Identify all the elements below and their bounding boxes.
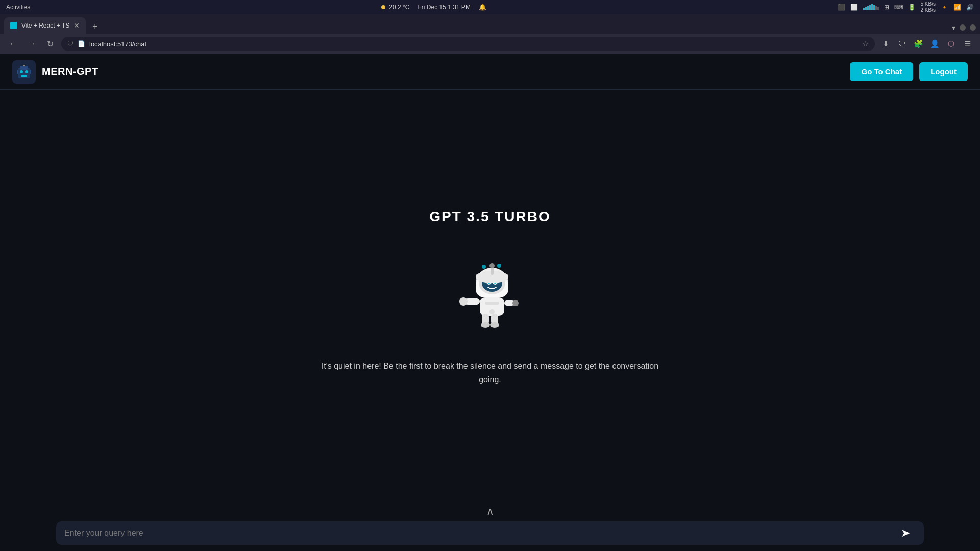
app-title: MERN-GPT (42, 66, 99, 78)
svg-point-24 (489, 309, 495, 314)
forward-button[interactable]: → (24, 37, 39, 51)
back-button[interactable]: ← (6, 37, 20, 51)
svg-point-3 (25, 70, 28, 73)
svg-point-2 (20, 70, 23, 73)
reload-button[interactable]: ↻ (43, 37, 57, 51)
app-header: MERN-GPT Go To Chat Logout (0, 54, 980, 90)
weather-display: 20.2 °C (381, 4, 410, 11)
activities-text: Activities (6, 4, 30, 11)
extensions-icon[interactable]: 🧩 (912, 37, 925, 51)
svg-point-9 (497, 264, 501, 268)
robot-illustration (439, 241, 541, 343)
logout-button[interactable]: Logout (919, 62, 968, 81)
svg-rect-1 (20, 66, 28, 70)
datetime-display: Fri Dec 15 1:31 PM (418, 4, 471, 11)
system-tray: ⬛ ⬜ ⊞ ⌨ 🔋 5 KB/s 2 KB/s 🔸 📶 🔊 (838, 1, 974, 13)
bookmark-icon[interactable]: ☆ (862, 40, 869, 48)
tab-favicon (10, 22, 17, 29)
svg-rect-4 (21, 75, 27, 77)
browser-tab[interactable]: Vite + React + TS ✕ (4, 17, 86, 34)
svg-rect-5 (23, 65, 25, 66)
svg-point-21 (489, 263, 495, 268)
nav-bar: ← → ↻ 🛡 📄 localhost:5173/chat ☆ ⬇ 🛡 🧩 👤 … (0, 34, 980, 54)
window-control-2 (970, 24, 976, 31)
menu-icon[interactable]: ☰ (961, 37, 974, 51)
bottom-area: ∧ ➤ (0, 505, 980, 551)
lock-icon: 📄 (78, 40, 85, 47)
browser-chrome: Vite + React + TS ✕ + ▾ ← → ↻ 🛡 📄 localh… (0, 14, 980, 54)
network-icon (863, 4, 879, 10)
battery-icon: 🔋 (908, 4, 916, 11)
tab-dropdown-icon[interactable]: ▾ (952, 23, 955, 32)
keyboard-icon: ⌨ (894, 4, 903, 11)
chevron-up-icon[interactable]: ∧ (486, 505, 494, 517)
download-icon[interactable]: ⬇ (879, 37, 892, 51)
monitor-icon: ⬛ (838, 4, 845, 11)
tab-bar: Vite + React + TS ✕ + ▾ (0, 14, 980, 34)
go-to-chat-button[interactable]: Go To Chat (850, 62, 913, 81)
browser-toolbar: ⬇ 🛡 🧩 👤 ⬡ ☰ (879, 37, 974, 51)
input-bar: ➤ (56, 521, 924, 545)
tab-label: Vite + React + TS (21, 22, 69, 29)
network-speed-display: 5 KB/s 2 KB/s (921, 1, 936, 13)
svg-rect-6 (17, 70, 18, 74)
extension-icon: 🔸 (941, 4, 948, 11)
svg-rect-7 (30, 70, 31, 74)
app-logo: MERN-GPT (12, 60, 99, 84)
logo-icon (12, 60, 36, 84)
new-tab-button[interactable]: + (88, 19, 102, 34)
system-bar-center: 20.2 °C Fri Dec 15 1:31 PM 🔔 (381, 4, 486, 11)
svg-point-26 (459, 297, 468, 306)
send-icon: ➤ (901, 527, 910, 540)
shield-check-icon[interactable]: 🛡 (895, 37, 909, 51)
addon-icon[interactable]: ⬡ (944, 37, 958, 51)
address-bar[interactable]: 🛡 📄 localhost:5173/chat ☆ (61, 37, 875, 51)
svg-point-8 (482, 265, 486, 269)
notification-bell-icon: 🔔 (479, 4, 486, 11)
svg-rect-23 (485, 302, 499, 305)
chat-input[interactable] (64, 529, 889, 538)
page-title: GPT 3.5 TURBO (429, 209, 551, 225)
activities-label: Activities (6, 4, 30, 11)
subtitle-text: It's quiet in here! Be the first to brea… (311, 360, 669, 386)
apps-icon: ⊞ (884, 4, 889, 11)
window-control-1 (960, 24, 966, 31)
svg-point-31 (481, 322, 490, 328)
main-content: GPT 3.5 TURBO (0, 90, 980, 505)
system-bar: Activities 20.2 °C Fri Dec 15 1:31 PM 🔔 … (0, 0, 980, 14)
send-button[interactable]: ➤ (895, 523, 916, 543)
tab-close-button[interactable]: ✕ (74, 22, 80, 29)
header-actions: Go To Chat Logout (850, 62, 968, 81)
window-icon: ⬜ (850, 4, 858, 11)
svg-point-28 (512, 300, 519, 306)
account-icon[interactable]: 👤 (928, 37, 941, 51)
address-text: localhost:5173/chat (89, 40, 858, 48)
volume-icon: 🔊 (966, 4, 974, 11)
robot-svg (449, 252, 531, 333)
logo-svg (15, 63, 33, 81)
security-icon: 🛡 (67, 40, 74, 47)
tab-controls: ▾ (952, 23, 976, 34)
weather-icon (381, 5, 385, 9)
svg-point-32 (490, 322, 499, 328)
wifi-icon: 📶 (953, 4, 961, 11)
